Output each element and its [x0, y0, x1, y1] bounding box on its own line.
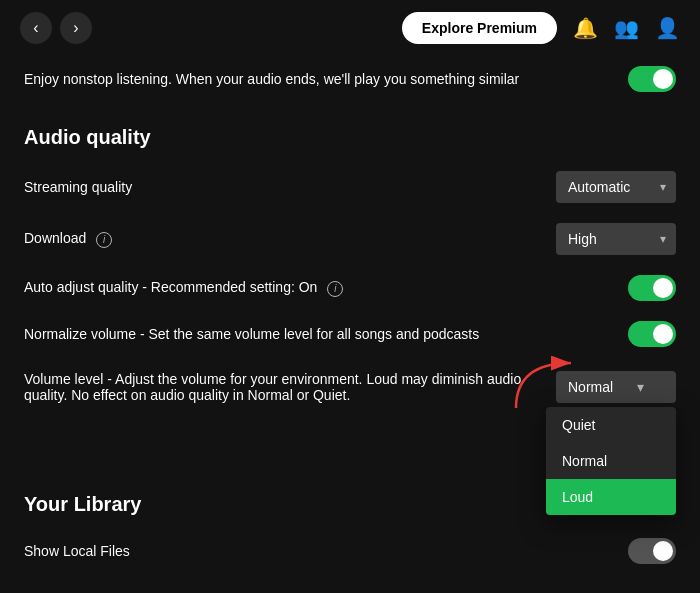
normalize-toggle-track[interactable] [628, 321, 676, 347]
friends-icon[interactable]: 👥 [614, 16, 639, 40]
download-info-icon[interactable]: i [96, 232, 112, 248]
streaming-quality-row: Streaming quality Automatic Low Normal H… [24, 161, 676, 213]
normalize-label: Normalize volume - Set the same volume l… [24, 326, 628, 342]
user-icon[interactable]: 👤 [655, 16, 680, 40]
autoplay-toggle-track[interactable] [628, 66, 676, 92]
autoplay-toggle[interactable] [628, 66, 676, 92]
volume-loud-option[interactable]: Loud [546, 479, 676, 515]
show-local-files-label: Show Local Files [24, 543, 628, 559]
nav-forward-button[interactable]: › [60, 12, 92, 44]
show-local-files-toggle-thumb [653, 541, 673, 561]
bell-icon[interactable]: 🔔 [573, 16, 598, 40]
download-select[interactable]: Low Normal High Very High [556, 223, 676, 255]
autoplay-label: Enjoy nonstop listening. When your audio… [24, 71, 628, 87]
streaming-quality-select-wrapper: Automatic Low Normal High Very High ▾ [556, 171, 676, 203]
show-local-files-row: Show Local Files [24, 528, 676, 574]
header-right: Explore Premium 🔔 👥 👤 [402, 12, 680, 44]
nav-back-button[interactable]: ‹ [20, 12, 52, 44]
nav-buttons: ‹ › [20, 12, 92, 44]
auto-adjust-info-icon[interactable]: i [327, 281, 343, 297]
show-local-files-toggle[interactable] [628, 538, 676, 564]
volume-level-arrow-icon: ▾ [637, 379, 644, 395]
show-local-files-toggle-track[interactable] [628, 538, 676, 564]
download-label: Download i [24, 230, 556, 247]
autoplay-row: Enjoy nonstop listening. When your audio… [24, 56, 676, 102]
volume-level-dropdown: Quiet Normal Loud [546, 407, 676, 515]
streaming-quality-label: Streaming quality [24, 179, 556, 195]
autoplay-toggle-thumb [653, 69, 673, 89]
streaming-quality-select[interactable]: Automatic Low Normal High Very High [556, 171, 676, 203]
normalize-toggle[interactable] [628, 321, 676, 347]
settings-content: Enjoy nonstop listening. When your audio… [0, 56, 700, 593]
explore-premium-button[interactable]: Explore Premium [402, 12, 557, 44]
download-row: Download i Low Normal High Very High ▾ [24, 213, 676, 265]
auto-adjust-toggle[interactable] [628, 275, 676, 301]
auto-adjust-row: Auto adjust quality - Recommended settin… [24, 265, 676, 311]
auto-adjust-label: Auto adjust quality - Recommended settin… [24, 279, 628, 296]
normalize-toggle-thumb [653, 324, 673, 344]
download-select-wrapper: Low Normal High Very High ▾ [556, 223, 676, 255]
volume-level-label: Volume level - Adjust the volume for you… [24, 371, 556, 403]
audio-quality-title: Audio quality [24, 126, 676, 149]
header: ‹ › Explore Premium 🔔 👥 👤 [0, 0, 700, 56]
volume-normal-option[interactable]: Normal [546, 443, 676, 479]
auto-adjust-toggle-track[interactable] [628, 275, 676, 301]
normalize-row: Normalize volume - Set the same volume l… [24, 311, 676, 357]
auto-adjust-toggle-thumb [653, 278, 673, 298]
arrow-indicator [506, 353, 586, 413]
